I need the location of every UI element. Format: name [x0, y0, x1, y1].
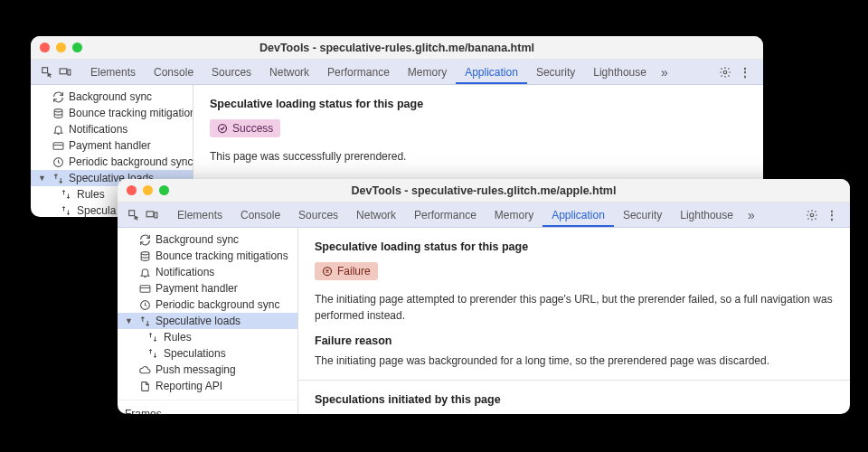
tab-memory[interactable]: Memory — [399, 61, 456, 84]
failure-reason-body: The initiating page was backgrounded for… — [315, 353, 834, 369]
device-icon[interactable] — [56, 63, 74, 81]
minimize-icon[interactable] — [56, 42, 66, 52]
status-description: This page was successfully prerendered. — [210, 148, 747, 165]
tab-elements[interactable]: Elements — [168, 203, 231, 227]
svg-rect-11 — [155, 212, 157, 218]
badge-label: Success — [232, 122, 273, 135]
sidebar-item-bounce[interactable]: Bounce tracking mitigations — [118, 248, 297, 264]
sidebar-item-label: Push messaging — [156, 363, 236, 376]
sidebar-item-label: Periodic background sync — [156, 298, 279, 311]
arrows-icon — [146, 347, 159, 360]
svg-rect-1 — [60, 68, 67, 73]
panel-tabs: Elements Console Sources Network Perform… — [168, 203, 742, 227]
check-circle-icon — [217, 123, 228, 134]
tab-application[interactable]: Application — [456, 61, 527, 84]
sidebar-item-periodic[interactable]: Periodic background sync — [118, 297, 297, 313]
svg-point-4 — [54, 108, 62, 111]
svg-rect-9 — [129, 210, 135, 215]
titlebar[interactable]: DevTools - speculative-rules.glitch.me/a… — [118, 179, 850, 202]
zoom-icon[interactable] — [72, 42, 82, 52]
more-tabs-icon[interactable]: » — [656, 65, 674, 80]
sidebar-item-notifications[interactable]: Notifications — [118, 264, 297, 280]
gear-icon[interactable] — [716, 66, 734, 79]
bounce-icon — [52, 107, 64, 119]
svg-rect-2 — [68, 70, 71, 75]
more-tabs-icon[interactable]: » — [742, 208, 760, 222]
status-description: The initiating page attempted to prerend… — [315, 291, 834, 324]
gear-icon[interactable] — [803, 209, 821, 221]
sidebar-item-background-sync[interactable]: Background sync — [118, 231, 297, 248]
titlebar[interactable]: DevTools - speculative-rules.glitch.me/b… — [31, 36, 763, 60]
tab-sources[interactable]: Sources — [289, 203, 347, 227]
zoom-icon[interactable] — [159, 185, 169, 195]
svg-point-12 — [810, 213, 814, 217]
sidebar-item-rules[interactable]: Rules — [118, 329, 297, 345]
card-icon — [138, 282, 151, 295]
caret-down-icon: ▼ — [125, 316, 134, 325]
inspect-icon[interactable] — [38, 63, 56, 81]
doc-icon — [138, 380, 151, 392]
bell-icon — [52, 123, 64, 136]
tab-security[interactable]: Security — [527, 61, 584, 84]
status-badge: Success — [210, 119, 280, 137]
svg-point-3 — [723, 71, 727, 74]
svg-rect-14 — [140, 285, 150, 292]
sidebar-item-label: Payment handler — [69, 139, 151, 152]
tab-application[interactable]: Application — [542, 203, 614, 227]
tab-elements[interactable]: Elements — [81, 61, 145, 84]
sidebar-item-label: Reporting API — [156, 380, 222, 392]
window-title: DevTools - speculative-rules.glitch.me/a… — [118, 184, 850, 197]
window-title: DevTools - speculative-rules.glitch.me/b… — [31, 42, 763, 54]
close-icon[interactable] — [40, 42, 50, 52]
tab-security[interactable]: Security — [614, 203, 671, 227]
tab-performance[interactable]: Performance — [318, 61, 399, 84]
sidebar-item-notifications[interactable]: Notifications — [31, 121, 193, 137]
sidebar-item-reporting[interactable]: Reporting API — [118, 378, 297, 394]
sidebar-section-frames: Frames — [118, 400, 297, 414]
tab-lighthouse[interactable]: Lighthouse — [584, 61, 656, 84]
svg-point-13 — [141, 251, 149, 254]
device-icon[interactable] — [143, 206, 161, 224]
sidebar-item-background-sync[interactable]: Background sync — [31, 89, 193, 105]
failure-reason-heading: Failure reason — [315, 334, 834, 347]
sidebar-item-periodic[interactable]: Periodic background sync — [31, 154, 193, 170]
kebab-icon[interactable]: ⋮ — [734, 66, 756, 79]
clock-icon — [138, 298, 151, 311]
kebab-icon[interactable]: ⋮ — [821, 209, 843, 221]
tab-console[interactable]: Console — [231, 203, 289, 227]
tab-memory[interactable]: Memory — [486, 203, 542, 227]
status-badge: Failure — [315, 262, 378, 280]
close-icon[interactable] — [127, 185, 137, 195]
sidebar-item-bounce[interactable]: Bounce tracking mitigations — [31, 105, 193, 121]
bounce-icon — [138, 250, 151, 262]
sidebar-item-label: Background sync — [156, 233, 239, 246]
content-pane: Speculative loading status for this page… — [298, 228, 850, 414]
sidebar-item-push[interactable]: Push messaging — [118, 362, 297, 378]
badge-label: Failure — [337, 265, 371, 278]
tab-network[interactable]: Network — [260, 61, 318, 84]
tabstrip: Elements Console Sources Network Perform… — [118, 202, 850, 228]
card-icon — [52, 139, 64, 152]
sidebar-item-label: Specula — [77, 204, 116, 217]
sidebar-item-label: Rules — [77, 188, 105, 201]
inspect-icon[interactable] — [125, 206, 143, 224]
sidebar-item-label: Bounce tracking mitigations — [69, 107, 193, 119]
sidebar-item-payment[interactable]: Payment handler — [31, 137, 193, 154]
tab-network[interactable]: Network — [347, 203, 405, 227]
sidebar-item-label: Background sync — [69, 90, 152, 103]
tab-lighthouse[interactable]: Lighthouse — [671, 203, 742, 227]
sidebar-item-speculative-loads[interactable]: ▼Speculative loads — [118, 313, 297, 329]
svg-rect-10 — [146, 211, 154, 216]
minimize-icon[interactable] — [143, 185, 153, 195]
speculations-heading: Speculations initiated by this page — [315, 393, 834, 406]
sync-icon — [52, 90, 64, 103]
sidebar: Background sync Bounce tracking mitigati… — [118, 228, 298, 414]
tab-performance[interactable]: Performance — [405, 203, 486, 227]
sidebar-item-speculations[interactable]: Speculations — [118, 345, 297, 362]
tab-console[interactable]: Console — [145, 61, 203, 84]
sidebar-item-label: Periodic background sync — [69, 155, 193, 168]
sidebar-item-payment[interactable]: Payment handler — [118, 280, 297, 297]
sidebar-item-label: Speculative loads — [156, 315, 241, 327]
tab-sources[interactable]: Sources — [203, 61, 260, 84]
traffic-lights — [40, 42, 82, 52]
